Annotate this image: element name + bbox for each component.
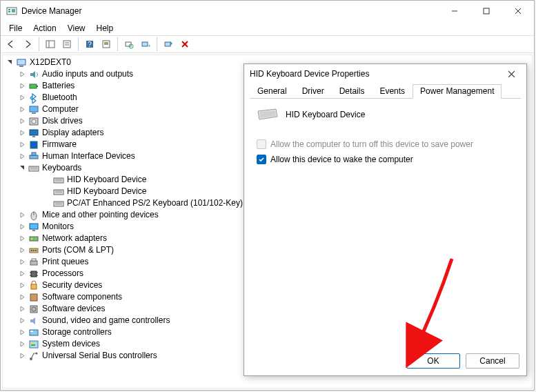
checkbox-allow-wake-label: Allow this device to wake the computer bbox=[270, 155, 413, 164]
menu-view[interactable]: View bbox=[62, 22, 91, 35]
svg-point-31 bbox=[32, 119, 36, 124]
svg-rect-75 bbox=[31, 344, 35, 346]
dialog-close-button[interactable] bbox=[502, 64, 521, 84]
menu-file[interactable]: File bbox=[3, 22, 28, 35]
show-hide-tree-button[interactable] bbox=[43, 37, 58, 52]
tree-expander-icon[interactable] bbox=[18, 340, 27, 349]
ok-button[interactable]: OK bbox=[406, 353, 460, 369]
add-legacy-button[interactable]: + bbox=[138, 37, 153, 52]
system-icon bbox=[28, 339, 39, 350]
tree-expander-icon[interactable] bbox=[18, 246, 27, 255]
tree-expander-icon[interactable] bbox=[18, 152, 27, 161]
svg-rect-34 bbox=[30, 141, 37, 148]
dialog-tabs: General Driver Details Events Power Mana… bbox=[250, 84, 521, 99]
tree-expander-icon bbox=[43, 175, 52, 184]
sound-icon bbox=[28, 315, 39, 326]
tree-item-label: X12DEXT0 bbox=[30, 57, 71, 68]
back-button[interactable] bbox=[3, 37, 19, 52]
display-icon bbox=[28, 128, 39, 139]
tree-expander-icon[interactable] bbox=[18, 281, 27, 290]
keyboard-icon bbox=[53, 186, 64, 197]
checkbox-box-icon bbox=[257, 139, 266, 149]
minimize-button[interactable] bbox=[439, 1, 470, 21]
dialog-titlebar: HID Keyboard Device Properties bbox=[244, 64, 526, 84]
keyboard-icon bbox=[28, 163, 39, 174]
tree-item-label: Display adapters bbox=[42, 127, 103, 139]
tree-expander-icon[interactable] bbox=[18, 328, 27, 337]
tree-expander-icon[interactable] bbox=[18, 269, 27, 278]
tree-item-label: Universal Serial Bus controllers bbox=[42, 350, 157, 362]
tree-expander-icon[interactable] bbox=[18, 128, 27, 137]
tree-expander-icon[interactable] bbox=[6, 58, 14, 67]
tree-expander-icon[interactable] bbox=[18, 257, 27, 266]
port-icon bbox=[28, 245, 39, 256]
tree-expander-icon[interactable] bbox=[18, 293, 27, 302]
tree-item-label: Mice and other pointing devices bbox=[42, 209, 159, 221]
svg-rect-61 bbox=[32, 259, 36, 261]
tree-item-label: HID Keyboard Device bbox=[67, 174, 146, 186]
keyboard-icon bbox=[257, 108, 279, 121]
enable-button[interactable] bbox=[161, 37, 176, 52]
tree-item-label: Print queues bbox=[42, 256, 88, 268]
forward-button[interactable] bbox=[20, 37, 35, 52]
uninstall-button[interactable] bbox=[177, 37, 192, 52]
tree-expander-icon[interactable] bbox=[18, 105, 27, 114]
svg-rect-74 bbox=[31, 342, 34, 344]
tree-expander-icon[interactable] bbox=[18, 93, 27, 102]
scan-hardware-button[interactable] bbox=[121, 37, 137, 52]
audio-icon bbox=[28, 69, 39, 80]
tree-expander-icon[interactable] bbox=[18, 234, 27, 243]
svg-point-54 bbox=[31, 238, 32, 239]
tree-item-label: Firmware bbox=[42, 139, 77, 150]
tree-expander-icon[interactable] bbox=[18, 316, 27, 325]
swd-icon bbox=[28, 304, 39, 315]
tree-item-label: Network adapters bbox=[42, 233, 107, 244]
close-button[interactable] bbox=[502, 1, 534, 21]
checkbox-checked-icon bbox=[257, 155, 266, 164]
svg-rect-35 bbox=[30, 155, 38, 159]
svg-rect-21 bbox=[165, 42, 170, 46]
storage-icon bbox=[28, 327, 39, 338]
svg-rect-36 bbox=[32, 153, 36, 155]
tree-expander-icon[interactable] bbox=[18, 140, 27, 149]
menu-action[interactable]: Action bbox=[28, 22, 61, 35]
maximize-button[interactable] bbox=[470, 1, 502, 21]
tree-expander-icon[interactable] bbox=[18, 70, 27, 79]
tab-events[interactable]: Events bbox=[372, 84, 413, 99]
tree-expander-icon[interactable] bbox=[18, 210, 27, 219]
tab-driver[interactable]: Driver bbox=[295, 84, 332, 99]
menubar: File Action View Help bbox=[1, 21, 534, 35]
cancel-button[interactable]: Cancel bbox=[466, 353, 519, 369]
tab-pane-power: HID Keyboard Device Allow the computer t… bbox=[250, 99, 521, 177]
tree-expander-icon[interactable] bbox=[18, 81, 27, 90]
checkbox-allow-wake[interactable]: Allow this device to wake the computer bbox=[257, 153, 514, 166]
help-button[interactable]: ? bbox=[82, 37, 97, 52]
tree-expander-icon[interactable] bbox=[18, 117, 27, 126]
tree-item-label: Software components bbox=[42, 291, 122, 303]
tree-item-label: Disk drives bbox=[42, 115, 83, 127]
svg-rect-19 bbox=[142, 42, 148, 46]
tab-details[interactable]: Details bbox=[332, 84, 373, 99]
tree-item-label: Security devices bbox=[42, 280, 102, 291]
hid-icon bbox=[28, 151, 39, 162]
svg-rect-25 bbox=[19, 66, 23, 67]
svg-rect-68 bbox=[30, 294, 37, 301]
tree-expander-icon[interactable] bbox=[18, 164, 27, 173]
tree-item-label: Processors bbox=[42, 268, 83, 280]
network-icon bbox=[28, 233, 39, 244]
tab-power-management[interactable]: Power Management bbox=[413, 84, 502, 99]
swc-icon bbox=[28, 292, 39, 303]
svg-rect-10 bbox=[63, 41, 70, 48]
battery-icon bbox=[28, 81, 39, 92]
properties-button[interactable] bbox=[59, 37, 75, 52]
svg-rect-67 bbox=[31, 284, 37, 289]
menu-help[interactable]: Help bbox=[91, 22, 119, 35]
svg-rect-16 bbox=[104, 42, 108, 45]
tree-expander-icon[interactable] bbox=[18, 351, 27, 360]
tree-expander-icon[interactable] bbox=[18, 304, 27, 313]
tree-expander-icon[interactable] bbox=[18, 222, 27, 231]
app-icon bbox=[6, 6, 17, 17]
tab-general[interactable]: General bbox=[250, 84, 295, 99]
update-driver-button[interactable] bbox=[99, 37, 114, 52]
tree-expander-icon bbox=[43, 199, 52, 208]
